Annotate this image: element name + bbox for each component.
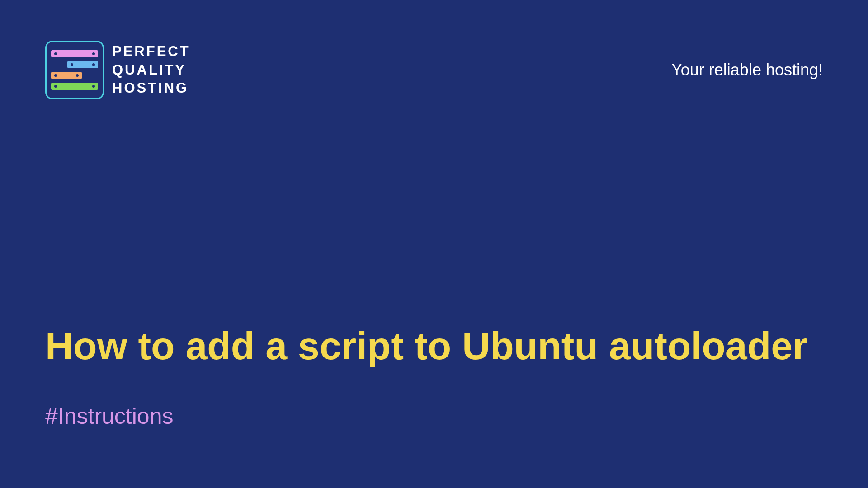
header: PERFECT QUALITY HOSTING Your reliable ho… [0, 0, 868, 99]
logo-line-2: QUALITY [112, 61, 190, 79]
logo-icon [45, 41, 104, 99]
server-bar-icon [51, 83, 98, 90]
logo-text: PERFECT QUALITY HOSTING [112, 43, 190, 97]
logo-line-3: HOSTING [112, 80, 190, 97]
server-bar-icon [51, 50, 98, 57]
logo: PERFECT QUALITY HOSTING [45, 41, 190, 99]
content: How to add a script to Ubuntu autoloader… [0, 323, 853, 429]
tagline: Your reliable hosting! [671, 61, 823, 80]
category-tag: #Instructions [45, 403, 808, 429]
page-title: How to add a script to Ubuntu autoloader [45, 323, 808, 369]
logo-line-1: PERFECT [112, 43, 190, 61]
server-bar-icon [67, 61, 98, 68]
server-bar-icon [51, 72, 82, 79]
